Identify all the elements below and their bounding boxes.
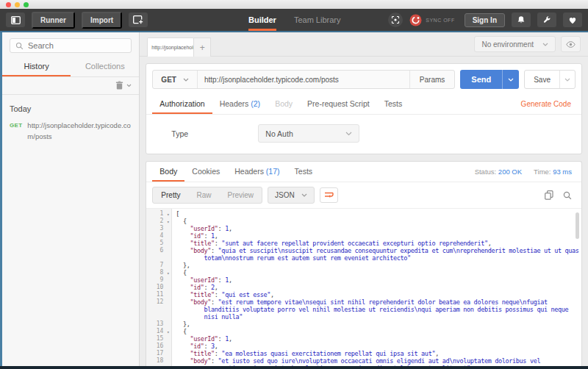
auth-type-label: Type — [171, 129, 258, 138]
environment-preview-button[interactable] — [561, 36, 581, 52]
tab-pre-request-script[interactable]: Pre-request Script — [300, 94, 377, 114]
request-builder-card: GET Params Send — [146, 63, 582, 154]
code-line: 18 "body": "et iusto sed quo iure\nvolup… — [146, 357, 581, 365]
code-line: 2▾ { — [146, 218, 581, 225]
environment-select[interactable]: No environment — [474, 36, 556, 52]
pretty-view-button[interactable]: Pretty — [153, 187, 188, 203]
capture-icon — [391, 15, 400, 24]
new-window-button[interactable] — [129, 12, 148, 27]
response-tab-cookies[interactable]: Cookies — [184, 162, 227, 182]
window-bottom-edge — [0, 366, 588, 369]
save-options-chevron-icon[interactable] — [559, 71, 575, 88]
response-tab-body[interactable]: Body — [152, 162, 184, 182]
sync-icon[interactable] — [409, 14, 422, 26]
response-card: Body Cookies Headers (17) Tests Status: … — [146, 161, 582, 366]
chevron-down-icon — [542, 43, 548, 46]
response-body-editor[interactable]: 1▾[2▾ {3 "userId": 1,4 "id": 1,5 "title"… — [146, 208, 581, 366]
import-button[interactable]: Import — [82, 12, 122, 29]
chevron-down-icon — [301, 193, 307, 197]
heart-icon — [568, 16, 577, 24]
builder-tab[interactable]: Builder — [248, 9, 276, 31]
add-tab-button[interactable]: + — [194, 37, 211, 57]
view-mode-segment: Pretty Raw Preview — [152, 187, 262, 204]
code-line: 9 "userId": 1, — [146, 276, 581, 284]
request-section-tabs: Authorization Headers (2) Body Pre-reque… — [146, 94, 581, 115]
request-tab[interactable]: http://jsonplaceholder.typic — [147, 37, 194, 57]
sidebar-tabs: History Collections — [2, 57, 139, 77]
status-badge: Status: 200 OK — [475, 168, 522, 176]
code-line: 8▾ { — [146, 269, 581, 276]
history-tab[interactable]: History — [2, 57, 71, 76]
url-input[interactable] — [198, 71, 409, 88]
editor-scrollbar[interactable] — [576, 212, 579, 239]
code-line: 6 "body": "quia et suscipit\nsuscipit re… — [146, 247, 581, 254]
format-value: JSON — [275, 191, 295, 199]
search-input[interactable] — [28, 41, 126, 50]
history-actions-bar — [2, 77, 139, 95]
request-field: GET Params — [152, 70, 455, 89]
titlebar — [0, 0, 588, 9]
zoom-window-button[interactable] — [24, 2, 29, 7]
response-tab-tests[interactable]: Tests — [287, 162, 320, 182]
sidebar-toggle-button[interactable] — [6, 12, 25, 27]
runner-button[interactable]: Runner — [32, 12, 75, 29]
close-window-button[interactable] — [6, 2, 11, 7]
notifications-button[interactable] — [512, 12, 531, 27]
code-line: blanditiis voluptate porro vel nihil mol… — [146, 306, 581, 313]
code-line: 12 "body": "est rerum tempore vitae\nseq… — [146, 298, 581, 306]
response-view-bar: Pretty Raw Preview JSON — [146, 182, 581, 208]
authorization-panel: Type No Auth — [146, 115, 581, 154]
save-label: Save — [525, 71, 559, 88]
params-button[interactable]: Params — [409, 71, 454, 88]
minimize-window-button[interactable] — [15, 2, 20, 7]
wrap-lines-button[interactable] — [320, 187, 338, 203]
search-in-body-icon[interactable] — [563, 191, 572, 200]
tab-authorization[interactable]: Authorization — [152, 94, 212, 114]
code-line: accusantium quis pariatur\nmolestiae por… — [146, 365, 581, 366]
sync-status-label: SYNC OFF — [426, 18, 454, 23]
sign-in-button[interactable]: Sign In — [465, 13, 505, 27]
method-value: GET — [161, 76, 176, 84]
collections-tab[interactable]: Collections — [71, 57, 139, 76]
send-button[interactable]: Send — [460, 70, 519, 89]
response-tab-headers[interactable]: Headers (17) — [227, 162, 287, 182]
code-line: 14▾ { — [146, 328, 581, 335]
favorites-button[interactable] — [563, 12, 582, 27]
raw-view-button[interactable]: Raw — [188, 187, 219, 203]
bell-icon — [517, 15, 526, 24]
search-box[interactable] — [10, 38, 132, 53]
auth-type-select[interactable]: No Auth — [258, 124, 359, 143]
chevron-down-icon — [183, 78, 189, 82]
tab-headers[interactable]: Headers (2) — [212, 94, 268, 114]
format-select[interactable]: JSON — [268, 187, 315, 204]
generate-code-link[interactable]: Generate Code — [521, 100, 576, 108]
trash-chevron-icon[interactable] — [126, 84, 132, 87]
response-headers-count-badge: (17) — [266, 167, 280, 176]
time-badge: Time: 93 ms — [534, 168, 572, 176]
save-button[interactable]: Save — [524, 70, 576, 89]
history-item-method: GET — [10, 121, 22, 129]
response-meta: Status: 200 OK Time: 93 ms — [475, 168, 576, 176]
code-line: 10 "id": 2, — [146, 284, 581, 291]
response-section-tabs: Body Cookies Headers (17) Tests Status: … — [146, 162, 581, 182]
copy-icon[interactable] — [545, 190, 553, 200]
code-line: 11 "title": "qui est esse", — [146, 291, 581, 298]
trash-icon[interactable] — [115, 81, 123, 90]
app-toolbar: Runner Import Builder Team Library — [0, 9, 588, 31]
auth-type-value: No Auth — [265, 129, 293, 138]
wrap-lines-icon — [324, 191, 334, 199]
code-line: 5 "title": "sunt aut facere repellat pro… — [146, 240, 581, 247]
sidebar: History Collections Today GET http://jso… — [2, 32, 140, 366]
code-line: 1▾[ — [146, 210, 581, 218]
tab-tests[interactable]: Tests — [377, 94, 410, 114]
history-item[interactable]: GET http://jsonplaceholder.typicode.com/… — [2, 118, 139, 144]
preview-view-button[interactable]: Preview — [220, 187, 262, 203]
proxy-capture-button[interactable] — [388, 12, 403, 27]
history-item-url: http://jsonplaceholder.typicode.com/post… — [27, 121, 132, 142]
settings-button[interactable] — [537, 12, 556, 27]
method-select[interactable]: GET — [153, 71, 198, 88]
team-library-tab[interactable]: Team Library — [294, 9, 341, 31]
send-options-chevron-icon[interactable] — [502, 70, 519, 89]
tab-body[interactable]: Body — [268, 94, 300, 114]
code-line: 7 }, — [146, 262, 581, 269]
